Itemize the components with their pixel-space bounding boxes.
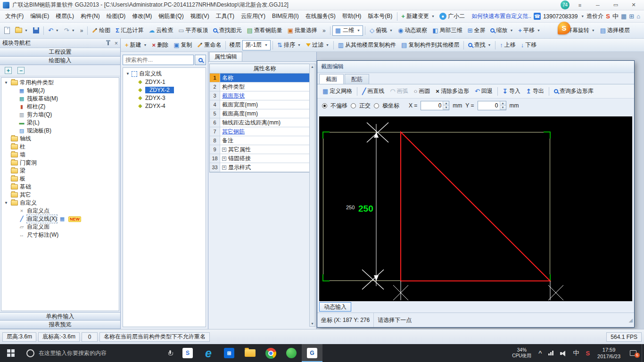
tree-folder-door-window[interactable]: 门窗洞 [1, 159, 119, 167]
tree-folder-axis[interactable]: 轴线 [1, 135, 119, 143]
sogou-flame-icon[interactable]: S [558, 22, 570, 34]
copy-to-floor-button[interactable]: ▤复制构件到其他楼层 [399, 40, 462, 50]
taskbar-app-explorer[interactable] [239, 344, 260, 362]
draw-mode-button[interactable]: 绘图 [90, 25, 113, 35]
tree-item-raft-foundation[interactable]: ▩筏板基础(M) [1, 95, 119, 103]
move-down-button[interactable]: ↓下移 [519, 40, 539, 50]
network-icon[interactable] [545, 351, 557, 355]
flush-slab-top-button[interactable]: ▭平齐板顶 [176, 25, 210, 35]
property-group-display[interactable]: 33显示样式 [210, 163, 309, 172]
new-change-button[interactable]: + 新建变更▼ [399, 11, 437, 21]
property-row-section-width[interactable]: 4截面宽度(mm) [210, 100, 309, 109]
collapse-all-icon[interactable]: − [17, 67, 25, 74]
spin-up-icon[interactable]: ▲ [500, 101, 506, 106]
tree-folder-other[interactable]: 其它 [1, 191, 119, 199]
menu-view[interactable]: 视图(V) [187, 11, 213, 22]
spin-down-icon[interactable]: ▼ [443, 106, 449, 110]
radio-ortho[interactable] [351, 103, 356, 108]
menu-draw[interactable]: 绘图(D) [103, 11, 129, 22]
menu-modify[interactable]: 修改(M) [129, 11, 155, 22]
menu-floor[interactable]: 楼层(L) [52, 11, 77, 22]
expand-icon[interactable] [222, 156, 226, 161]
component-item[interactable]: ◆ZDYX-1 [124, 78, 205, 86]
sort-button[interactable]: ⇅排序▼ [275, 40, 303, 50]
dialog-title-bar[interactable]: 截面编辑 [317, 61, 634, 73]
copy-from-floor-button[interactable]: ▥从其他楼层复制构件 [336, 40, 398, 50]
chevron-down-icon[interactable]: ▼ [126, 72, 130, 76]
taskbar-app-bim-active[interactable]: G [302, 344, 322, 362]
undo-step-button[interactable]: ↶回退 [472, 86, 495, 96]
query-polygon-lib-button[interactable]: 查询多边形库 [552, 86, 596, 96]
resize-grip[interactable]: ◢ [629, 317, 634, 323]
menu-rebar[interactable]: 钢筋量(Q) [155, 11, 187, 22]
property-row-remark[interactable]: 8备注 [210, 136, 309, 145]
assistant-button[interactable]: ● 广小二 [437, 11, 467, 21]
draw-line-button[interactable]: ╱画直线 [360, 86, 387, 96]
menu-icon[interactable]: ≡ [572, 0, 587, 10]
delete-button[interactable]: ×删除 [150, 40, 171, 50]
expand-icon[interactable] [222, 165, 226, 170]
volume-icon[interactable] [557, 350, 570, 356]
show-desktop-button[interactable] [642, 344, 644, 362]
property-row-type[interactable]: 2构件类型 [210, 82, 309, 91]
tab-property-editor[interactable]: 属性编辑 [209, 52, 242, 61]
tree-folder-slab[interactable]: 板 [1, 175, 119, 183]
draw-arc-button[interactable]: ◠画弧 [388, 86, 410, 96]
tab-rebar[interactable]: 配筋 [345, 74, 369, 84]
clear-polygon-button[interactable]: ×清除多边形 [433, 86, 471, 96]
find-component-button[interactable]: 查找▼ [466, 40, 493, 50]
property-row-other-rebar[interactable]: 7其它钢筋 [210, 127, 309, 136]
maximize-button[interactable]: ▭ [608, 0, 623, 10]
menu-component[interactable]: 构件(N) [77, 11, 103, 22]
ime-lang-icon[interactable]: 中 [612, 13, 619, 19]
tree-item-shear-wall[interactable]: ▥剪力墙(Q) [1, 111, 119, 119]
import-button[interactable]: ↧导入 [500, 86, 523, 96]
drawing-input-button[interactable]: 绘图输入 [0, 57, 120, 65]
expand-all-icon[interactable]: + [5, 67, 12, 74]
search-input[interactable] [123, 55, 194, 65]
tree-item-custom-face[interactable]: ▱自定义面 [1, 223, 119, 231]
menu-bim[interactable]: BIM应用(I) [269, 11, 302, 22]
property-row-axis-distance[interactable]: 6轴线距左边线距离(mm) [210, 118, 309, 127]
partial-3d-button[interactable]: ◧局部三维 [430, 25, 464, 35]
menu-version[interactable]: 版本号(B) [364, 11, 396, 22]
radio-no-offset[interactable] [322, 103, 327, 108]
sogou-tray-icon[interactable]: S [582, 350, 593, 357]
tree-item-frame-column[interactable]: ▮框柱(Z) [1, 103, 119, 111]
property-row-section-shape[interactable]: 3截面形状 [210, 91, 309, 100]
menu-edit[interactable]: 编辑(E) [27, 11, 52, 22]
taskbar-app-edge[interactable]: e [198, 344, 219, 362]
menu-cloud[interactable]: 云应用(Y) [238, 11, 269, 22]
tree-item-beam[interactable]: ▬梁(L) [1, 119, 119, 127]
sogou-ime-icon[interactable]: S [606, 13, 610, 19]
keyboard-icon[interactable]: ▦ [621, 13, 627, 19]
cpu-widget[interactable]: 34% CPU使用 [508, 347, 535, 359]
tree-item-cast-slab[interactable]: ▨现浇板(B) [1, 127, 119, 135]
zoom-button[interactable]: 缩放▼ [488, 25, 515, 35]
tray-chevron-icon[interactable]: ^ [535, 349, 545, 357]
help-tip-link[interactable]: 如何快速布置自定义范.. [471, 12, 531, 20]
component-item-selected[interactable]: ◆ZDYX-2 [124, 86, 205, 94]
score-badge[interactable]: 74 [561, 0, 570, 9]
find-element-button[interactable]: 查找图元 [211, 25, 244, 35]
menu-online[interactable]: 在线服务(S) [302, 11, 339, 22]
property-row-section-height[interactable]: 5截面高度(mm) [210, 109, 309, 118]
overflow-chevron[interactable]: » [78, 26, 86, 35]
minimize-button[interactable]: ─ [590, 0, 605, 10]
microphone-icon[interactable] [168, 350, 173, 356]
tree-folder-common[interactable]: ▼常用构件类型 [1, 79, 119, 87]
start-button[interactable] [0, 344, 22, 362]
section-canvas[interactable]: 250 250 [319, 116, 632, 301]
property-group-other[interactable]: 9其它属性 [210, 145, 309, 154]
taskbar-app-chrome[interactable] [260, 344, 281, 362]
ime-indicator[interactable]: 中 [570, 349, 582, 357]
spin-up-icon[interactable]: ▲ [443, 101, 449, 106]
tree-folder-custom[interactable]: ▼自定义 [1, 199, 119, 207]
pan-button[interactable]: +平移▼ [516, 25, 543, 35]
undo-button[interactable]: ↶▼ [46, 26, 61, 34]
floor-select[interactable]: 第-1层▼ [242, 40, 271, 50]
scroll-up-icon[interactable]: ▲ [311, 65, 314, 68]
new-component-button[interactable]: +新建▼ [123, 40, 149, 50]
price-service-label[interactable]: 造价介 [586, 12, 603, 20]
orbit-button[interactable]: ◉动态观察 [396, 25, 429, 35]
